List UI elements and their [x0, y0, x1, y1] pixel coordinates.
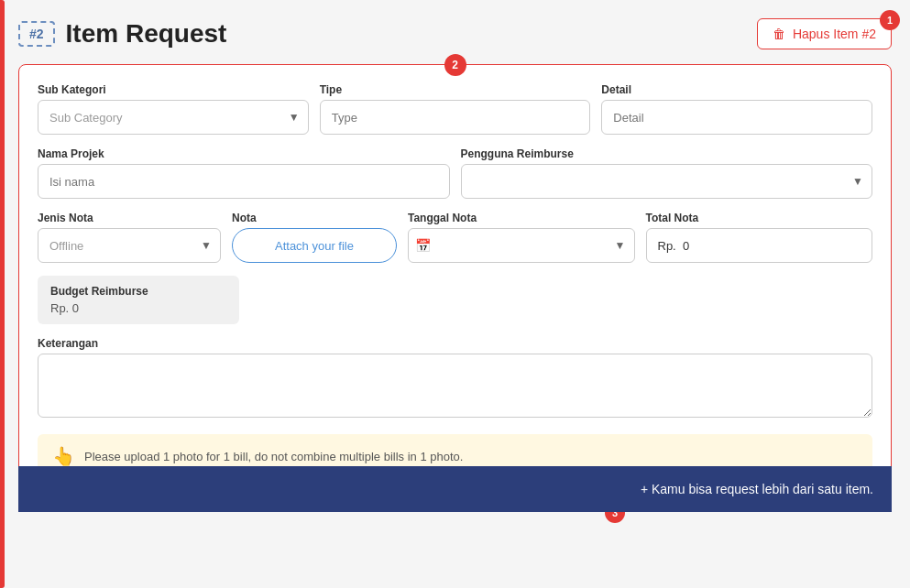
page-header: #2 Item Request 🗑 Hapus Item #2 1: [18, 18, 892, 49]
total-nota-input[interactable]: [646, 228, 873, 263]
budget-reimburse-box: Budget Reimburse Rp. 0: [38, 276, 239, 324]
bottom-bar[interactable]: + Kamu bisa request lebih dari satu item…: [18, 466, 892, 512]
total-nota-label: Total Nota: [646, 212, 873, 224]
budget-reimburse-value: Rp. 0: [50, 301, 226, 315]
sub-kategori-select-wrapper: Sub Category ▼: [38, 100, 309, 135]
delete-item-button[interactable]: 🗑 Hapus Item #2 1: [757, 18, 892, 49]
jenis-nota-select[interactable]: Offline Online: [38, 228, 221, 263]
tipe-label: Tipe: [320, 83, 591, 96]
nama-projek-label: Nama Projek: [38, 147, 450, 160]
jenis-nota-group: Jenis Nota Offline Online ▼: [38, 212, 221, 263]
keterangan-group: Keterangan: [38, 337, 872, 421]
keterangan-textarea[interactable]: [38, 354, 872, 418]
tipe-input[interactable]: [320, 100, 591, 135]
jenis-nota-label: Jenis Nota: [38, 212, 221, 224]
pengguna-reimburse-select[interactable]: [461, 164, 873, 199]
delete-step-badge: 1: [880, 10, 900, 30]
tipe-group: Tipe: [320, 83, 591, 135]
total-nota-group: Total Nota: [646, 212, 873, 263]
sub-kategori-label: Sub Kategori: [38, 83, 309, 96]
nota-label: Nota: [232, 212, 397, 224]
tanggal-nota-label: Tanggal Nota: [408, 212, 635, 224]
pengguna-reimburse-select-wrapper: ▼: [461, 164, 873, 199]
item-badge: #2: [18, 21, 55, 47]
form-step-badge: 2: [444, 54, 466, 76]
detail-input[interactable]: [601, 100, 872, 135]
keterangan-label: Keterangan: [38, 337, 872, 350]
pointing-up-icon: 👆: [52, 445, 75, 467]
nota-group: Nota Attach your file: [232, 212, 397, 263]
budget-reimburse-label: Budget Reimburse: [50, 285, 226, 298]
sub-kategori-select[interactable]: Sub Category: [38, 100, 309, 135]
trash-icon: 🗑: [773, 27, 785, 41]
jenis-nota-select-wrapper: Offline Online ▼: [38, 228, 221, 263]
pengguna-reimburse-label: Pengguna Reimburse: [461, 147, 873, 160]
tanggal-nota-select[interactable]: [408, 228, 635, 263]
header-left: #2 Item Request: [18, 19, 226, 49]
form-row-1: Sub Kategori Sub Category ▼ Tipe Detail: [38, 83, 872, 135]
page-title: Item Request: [66, 19, 227, 49]
detail-label: Detail: [601, 83, 872, 96]
bottom-bar-text: + Kamu bisa request lebih dari satu item…: [641, 482, 873, 496]
pengguna-reimburse-group: Pengguna Reimburse ▼: [461, 147, 873, 199]
tanggal-nota-select-wrapper: 📅 ▼: [408, 228, 635, 263]
attach-file-button[interactable]: Attach your file: [232, 228, 397, 263]
delete-button-label: Hapus Item #2: [793, 27, 876, 41]
nama-projek-group: Nama Projek: [38, 147, 450, 199]
form-row-3: Jenis Nota Offline Online ▼ Nota Attach …: [38, 212, 872, 263]
detail-group: Detail: [601, 83, 872, 135]
tanggal-nota-group: Tanggal Nota 📅 ▼: [408, 212, 635, 263]
info-banner-text: Please upload 1 photo for 1 bill, do not…: [84, 450, 463, 463]
sub-kategori-group: Sub Kategori Sub Category ▼: [38, 83, 309, 135]
nama-projek-input[interactable]: [38, 164, 450, 199]
form-row-2: Nama Projek Pengguna Reimburse ▼: [38, 147, 872, 199]
form-card: 2 Sub Kategori Sub Category ▼ Tipe Detai…: [18, 64, 892, 497]
